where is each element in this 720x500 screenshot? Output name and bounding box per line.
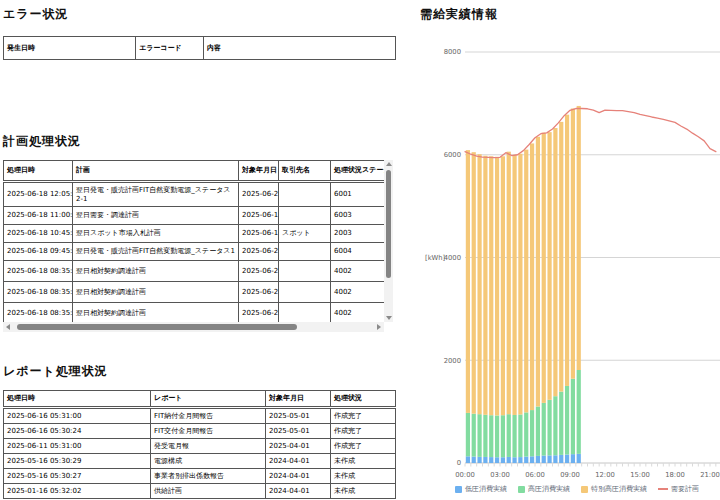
- legend-label: 高圧消費実績: [528, 484, 570, 494]
- column-header: 処理状況: [331, 391, 396, 408]
- table-cell: 事業者別排出係数報告: [151, 469, 266, 484]
- y-tick-label: 8000: [444, 48, 461, 56]
- bar-segment: [542, 403, 546, 456]
- bar-segment: [547, 455, 551, 463]
- bar-segment: [536, 406, 540, 455]
- bar-segment: [571, 109, 575, 379]
- table-cell: 4002: [331, 282, 385, 303]
- scroll-up-icon[interactable]: [386, 162, 392, 166]
- bar-segment: [530, 143, 534, 410]
- bar-segment: [489, 415, 493, 457]
- table-cell: 2003: [331, 225, 385, 243]
- legend-line-icon: [658, 488, 668, 490]
- legend-label: 需要計画: [671, 484, 699, 494]
- bar-segment: [542, 133, 546, 403]
- plan-section-title: 計画処理状況: [3, 133, 81, 150]
- bar-segment: [530, 456, 534, 463]
- table-row: 2025-06-18 12:05:00翌日発電・販売計画FIT自然変動電源_ステ…: [4, 182, 385, 207]
- bar-segment: [507, 457, 511, 463]
- bar-segment: [495, 457, 499, 463]
- table-cell: 4002: [331, 303, 385, 324]
- bar-segment: [559, 455, 563, 463]
- bar-segment: [483, 415, 487, 457]
- table-cell: 電源構成: [151, 454, 266, 469]
- table-cell: 2025-06-19: [239, 207, 279, 225]
- legend-swatch-icon: [581, 486, 588, 493]
- table-cell: 2025-06-11 05:31:00: [4, 439, 151, 454]
- table-cell: 翌日発電・販売計画FIT自然変動電源_ステータス2-1: [73, 182, 239, 207]
- bar-segment: [524, 150, 528, 413]
- legend-item[interactable]: 高圧消費実績: [518, 484, 570, 494]
- bar-segment: [507, 414, 511, 457]
- bar-segment: [542, 456, 546, 463]
- bar-segment: [524, 457, 528, 463]
- table-cell: 作成完了: [331, 439, 396, 454]
- table-cell: 2025-05-16 05:30:29: [4, 454, 151, 469]
- scroll-down-icon[interactable]: [386, 316, 392, 320]
- table-cell: 未作成: [331, 469, 396, 484]
- legend-swatch-icon: [518, 486, 525, 493]
- table-cell: 発受電月報: [151, 439, 266, 454]
- table-row: 2025-05-16 05:30:27事業者別排出係数報告2024-04-01未…: [4, 469, 396, 484]
- table-cell: [279, 261, 331, 282]
- error-table-header: 発生日時エラーコード内容: [4, 37, 396, 60]
- demand-plan-line: [465, 109, 716, 158]
- table-row: 2025-06-18 08:35:00翌日相対契約調達計画2025-06-204…: [4, 261, 385, 282]
- bar-segment: [477, 154, 481, 414]
- bar-segment: [495, 157, 499, 416]
- bar-segment: [571, 379, 575, 454]
- bar-segment: [518, 154, 522, 415]
- bar-segment: [466, 150, 470, 413]
- x-tick-label: 06:00: [525, 471, 545, 479]
- column-header: 取引先名: [279, 161, 331, 182]
- plan-table-header: 処理日時計画対象年月日取引先名処理状況ステータス: [4, 161, 385, 182]
- horizontal-scrollbar[interactable]: [3, 322, 384, 332]
- legend-item[interactable]: 需要計画: [658, 484, 699, 494]
- column-header: 計画: [73, 161, 239, 182]
- legend-item[interactable]: 低圧消費実績: [455, 484, 507, 494]
- table-cell: 2025-06-18 09:45:00: [4, 243, 73, 261]
- table-cell: 未作成: [331, 454, 396, 469]
- table-cell: 2025-01-16 05:32:02: [4, 484, 151, 499]
- legend-item[interactable]: 特別高圧消費実績: [581, 484, 647, 494]
- bar-segment: [472, 414, 476, 457]
- bar-segment: [512, 415, 516, 457]
- table-cell: 翌日需要・調達計画: [73, 207, 239, 225]
- column-header: レポート: [151, 391, 266, 408]
- table-cell: 作成完了: [331, 408, 396, 424]
- bar-segment: [489, 457, 493, 463]
- chart-legend: 低圧消費実績高圧消費実績特別高圧消費実績需要計画: [434, 484, 720, 494]
- table-cell: FIT納付金月間報告: [151, 408, 266, 424]
- table-cell: 2025-06-16 05:30:24: [4, 424, 151, 439]
- scroll-left-icon[interactable]: [6, 324, 10, 330]
- table-cell: [279, 282, 331, 303]
- vertical-scrollbar[interactable]: [384, 160, 393, 322]
- table-cell: 2024-04-01: [266, 469, 331, 484]
- table-cell: [279, 182, 331, 207]
- table-cell: [279, 207, 331, 225]
- column-header: 処理日時: [4, 391, 151, 408]
- column-header: 処理状況ステータス: [331, 161, 385, 182]
- supply-demand-chart: 需給実績情報 02000400060008000[kWh]00:0003:000…: [420, 0, 720, 500]
- table-row: 2025-05-16 05:30:29電源構成2024-04-01未作成: [4, 454, 396, 469]
- table-cell: 6001: [331, 182, 385, 207]
- legend-label: 特別高圧消費実績: [591, 484, 647, 494]
- y-tick-label: 2000: [444, 357, 461, 365]
- bar-segment: [472, 457, 476, 463]
- bar-segment: [518, 414, 522, 457]
- x-tick-label: 03:00: [490, 471, 510, 479]
- plan-table: 処理日時計画対象年月日取引先名処理状況ステータス 2025-06-18 12:0…: [3, 160, 384, 323]
- bar-segment: [553, 455, 557, 463]
- table-cell: [279, 303, 331, 324]
- bar-segment: [559, 392, 563, 455]
- column-header: 対象年月日: [239, 161, 279, 182]
- bar-segment: [536, 137, 540, 407]
- report-section-title: レポート処理状況: [3, 363, 108, 380]
- table-cell: 2025-06-18 12:05:00: [4, 182, 73, 207]
- table-row: 2025-06-18 08:35:00翌日相対契約調達計画2025-06-204…: [4, 303, 385, 324]
- table-cell: 2025-06-18 11:00:00: [4, 207, 73, 225]
- scroll-right-icon[interactable]: [377, 324, 381, 330]
- bar-segment: [565, 115, 569, 386]
- horizontal-scrollbar-thumb[interactable]: [17, 324, 297, 330]
- vertical-scrollbar-thumb[interactable]: [386, 170, 391, 278]
